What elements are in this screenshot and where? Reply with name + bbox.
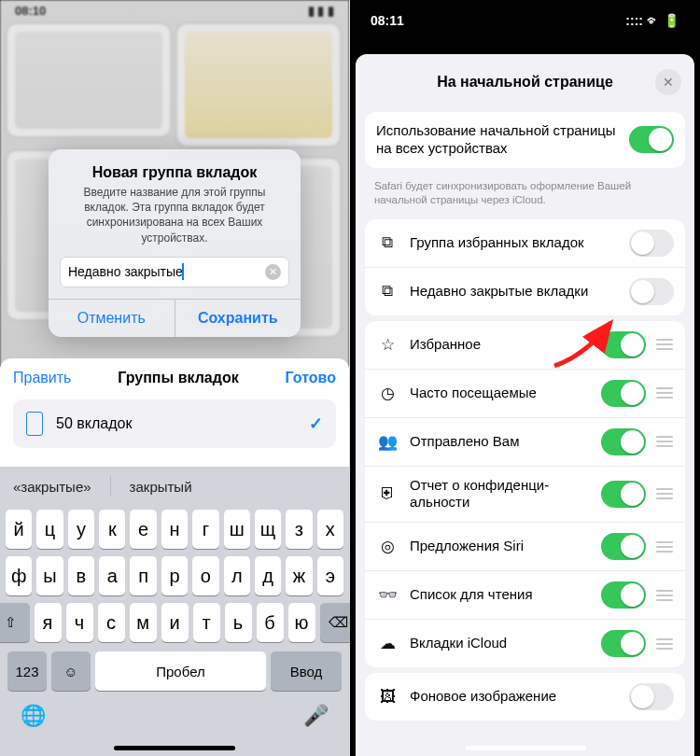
key-а[interactable]: а <box>99 556 125 595</box>
keyboard[interactable]: «закрытые» закрытый йцукенгшщзх фывапрол… <box>0 467 349 756</box>
status-time: 08:11 <box>371 13 404 28</box>
setting-label: Недавно закрытые вкладки <box>410 283 629 301</box>
mic-icon[interactable]: 🎤 <box>303 704 329 728</box>
key-ц[interactable]: ц <box>36 510 63 549</box>
phone-left-tab-groups: 08:10 ▮ ▮ ▮ Новая группа вкладок Введите… <box>0 0 350 756</box>
key-х[interactable]: х <box>317 510 343 549</box>
setting-label: Отправлено Вам <box>410 433 601 451</box>
setting-toggle[interactable] <box>601 581 646 609</box>
key-п[interactable]: п <box>130 556 156 595</box>
home-indicator <box>465 746 586 750</box>
cancel-button[interactable]: Отменить <box>49 300 175 337</box>
key-и[interactable]: и <box>161 603 189 642</box>
key-д[interactable]: д <box>255 556 281 595</box>
key-с[interactable]: с <box>98 603 125 642</box>
setting-toggle[interactable] <box>601 380 646 407</box>
setting-label: Отчет о конфиденци­альности <box>410 477 601 512</box>
drag-handle-icon[interactable] <box>655 638 674 650</box>
clear-input-icon[interactable]: ✕ <box>265 264 281 280</box>
key-з[interactable]: з <box>286 510 312 549</box>
setting-label: Группа избранных вкладок <box>410 234 629 252</box>
new-tab-group-alert: Новая группа вкладок Введите название дл… <box>49 149 301 337</box>
setting-toggle[interactable] <box>601 428 646 455</box>
sync-startpage-label: Использование начальной страницы на всех… <box>376 122 629 158</box>
list-icon: ⛨ <box>376 484 399 503</box>
drag-handle-icon[interactable] <box>655 387 674 399</box>
setting-toggle[interactable] <box>601 630 646 657</box>
key-т[interactable]: т <box>193 603 220 642</box>
key-л[interactable]: л <box>224 556 250 595</box>
drag-handle-icon[interactable] <box>655 339 674 350</box>
key-е[interactable]: е <box>130 510 156 549</box>
bg-card <box>7 24 170 136</box>
alert-title: Новая группа вкладок <box>49 149 301 185</box>
shift-key[interactable]: ⇧ <box>0 603 30 642</box>
drag-handle-icon[interactable] <box>655 488 674 499</box>
sync-startpage-toggle[interactable] <box>629 126 674 153</box>
group-name-input[interactable]: Недавно закрытые ✕ <box>60 257 289 287</box>
key-н[interactable]: н <box>161 510 188 549</box>
key-у[interactable]: у <box>68 510 94 549</box>
setting-toggle[interactable] <box>629 278 674 305</box>
key-ч[interactable]: ч <box>66 603 93 642</box>
list-icon: ☁ <box>376 634 399 653</box>
key-о[interactable]: о <box>192 556 218 595</box>
setting-label: Предложения Siri <box>410 538 601 555</box>
setting-toggle[interactable] <box>601 533 646 560</box>
key-г[interactable]: г <box>192 510 218 549</box>
key-ю[interactable]: ю <box>288 603 315 642</box>
numbers-key[interactable]: 123 <box>7 651 47 691</box>
image-icon: 🖼 <box>376 688 399 707</box>
save-button[interactable]: Сохранить <box>175 300 301 337</box>
alert-body: Введите название для этой группы вкладок… <box>49 185 301 257</box>
key-м[interactable]: м <box>130 603 157 642</box>
tab-group-row[interactable]: 50 вкладок ✓ <box>13 399 336 448</box>
tabs-icon: ⧉ <box>376 233 399 252</box>
emoji-key[interactable]: ☺ <box>51 651 91 691</box>
home-indicator <box>114 746 235 750</box>
drag-handle-icon[interactable] <box>655 590 674 601</box>
tabs-icon: ⧉ <box>376 282 399 301</box>
key-ш[interactable]: ш <box>224 510 250 549</box>
key-й[interactable]: й <box>6 510 32 549</box>
setting-label: Избранное <box>410 336 601 354</box>
globe-icon[interactable]: 🌐 <box>21 704 46 728</box>
setting-toggle[interactable] <box>629 230 674 257</box>
key-я[interactable]: я <box>35 603 62 642</box>
key-б[interactable]: б <box>257 603 284 642</box>
key-р[interactable]: р <box>161 556 188 595</box>
drag-handle-icon[interactable] <box>655 541 674 553</box>
background-image-toggle[interactable] <box>629 683 674 710</box>
page-title: На начальной странице <box>395 74 655 91</box>
key-ж[interactable]: ж <box>286 556 312 595</box>
suggestion[interactable]: «закрытые» <box>7 473 97 500</box>
list-icon: 👓 <box>376 585 399 605</box>
key-ф[interactable]: ф <box>6 556 32 595</box>
key-в[interactable]: в <box>68 556 94 595</box>
sheet-title: Группы вкладок <box>118 370 238 386</box>
enter-key[interactable]: Ввод <box>271 651 342 691</box>
phone-right-start-page-settings: 08:11 ::::ᯤ🔋 На начальной странице ✕ Исп… <box>350 0 700 756</box>
key-к[interactable]: к <box>99 510 125 549</box>
list-icon: ☆ <box>376 335 399 355</box>
key-ь[interactable]: ь <box>225 603 252 642</box>
status-time: 08:10 <box>15 4 46 26</box>
space-key[interactable]: Пробел <box>95 651 266 691</box>
setting-toggle[interactable] <box>601 481 646 508</box>
key-э[interactable]: э <box>317 556 343 595</box>
key-щ[interactable]: щ <box>255 510 281 549</box>
key-ы[interactable]: ы <box>36 556 63 595</box>
drag-handle-icon[interactable] <box>655 436 674 447</box>
background-image-label: Фоновое изображение <box>410 688 629 706</box>
list-icon: ◎ <box>376 537 399 556</box>
status-bar: 08:11 ::::ᯤ🔋 <box>350 0 700 41</box>
edit-button[interactable]: Править <box>13 370 71 386</box>
suggestion[interactable]: закрытый <box>124 473 198 500</box>
setting-label: Список для чтения <box>410 586 601 604</box>
list-icon: ◷ <box>376 384 399 403</box>
done-button[interactable]: Готово <box>286 370 336 386</box>
status-icons: ▮ ▮ ▮ <box>308 4 334 26</box>
close-button[interactable]: ✕ <box>655 69 681 95</box>
setting-toggle[interactable] <box>601 331 646 358</box>
tab-groups-sheet: Править Группы вкладок Готово 50 вкладок… <box>0 358 349 756</box>
